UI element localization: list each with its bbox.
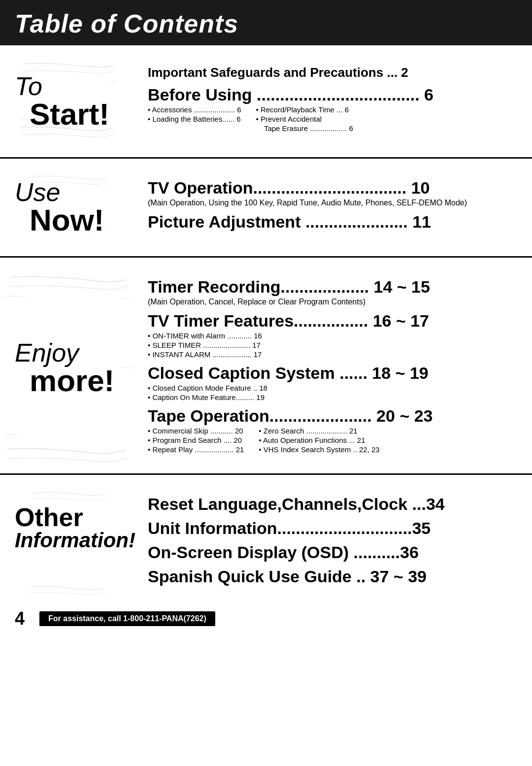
assistance-text: For assistance, call 1-800-211-PANA(7262…: [39, 611, 215, 626]
bullet-repeat-play: • Repeat Play ................... 21: [148, 445, 244, 454]
page-header: Table of Contents: [0, 0, 532, 45]
entry-closed-caption: Closed Caption System ...... 18 ~ 19 • C…: [148, 364, 517, 401]
bullet-closed-caption-mode: • Closed Caption Mode Feature .. 18: [148, 384, 517, 392]
section-use-now-entries: TV Operation............................…: [138, 173, 532, 241]
bullets-col-left: • Accessories .................... 6 • L…: [148, 105, 241, 133]
page-number: 4: [15, 608, 25, 629]
closed-caption-bullets: • Closed Caption Mode Feature .. 18 • Ca…: [148, 384, 517, 401]
bullet-accessories: • Accessories .................... 6: [148, 105, 241, 114]
section-use-now-label: Use Now!: [0, 173, 138, 241]
entry-title-unit-info: Unit Information........................…: [148, 519, 517, 538]
entry-tape-operation: Tape Operation...................... 20 …: [148, 406, 517, 454]
entry-tv-operation: TV Operation............................…: [148, 178, 517, 207]
bullet-prevent-accidental: • Prevent Accidental: [256, 115, 353, 123]
section-use-now: Use Now! TV Operation...................…: [0, 159, 532, 258]
page-title: Table of Contents: [15, 9, 238, 38]
entry-subtitle-tv-operation: (Main Operation, Using the 100 Key, Rapi…: [148, 199, 517, 207]
entry-title-reset: Reset Language,Channels,Clock ...34: [148, 495, 517, 514]
tape-operation-bullets: • Commercial Skip ........... 20 • Progr…: [148, 427, 517, 454]
entry-picture-adjustment: Picture Adjustment .....................…: [148, 212, 517, 232]
bullet-loading-batteries: • Loading the Batteries...... 6: [148, 115, 241, 123]
main-content: To Start! Important Safeguards and Preca…: [0, 45, 532, 601]
section-other-info: Other Information! Reset Language,Channe…: [0, 475, 532, 601]
bullet-auto-operation: • Auto Operation Functions ... 21: [259, 436, 379, 444]
section-start-label: To Start!: [0, 60, 138, 142]
sketch-decoration-4: [0, 490, 138, 596]
bullet-program-end-search: • Program End Search .... 20: [148, 436, 244, 444]
tape-bullets-right: • Zero Search .................... 21 • …: [259, 427, 379, 454]
entry-reset: Reset Language,Channels,Clock ...34: [148, 495, 517, 514]
section-enjoy-more-entries: Timer Recording................... 14 ~ …: [138, 272, 532, 464]
before-using-bullets: • Accessories .................... 6 • L…: [148, 105, 517, 133]
entry-spanish: Spanish Quick Use Guide .. 37 ~ 39: [148, 567, 517, 586]
entry-subtitle-timer-recording: (Main Operation, Cancel, Replace or Clea…: [148, 298, 517, 306]
bullets-col-right: • Record/Playback Time ... 6 • Prevent A…: [256, 105, 353, 133]
entry-title-closed-caption: Closed Caption System ...... 18 ~ 19: [148, 364, 517, 383]
entry-title-tv-timer: TV Timer Features................ 16 ~ 1…: [148, 311, 517, 331]
section-other-info-entries: Reset Language,Channels,Clock ...34 Unit…: [138, 490, 532, 596]
entry-title-picture-adjustment: Picture Adjustment .....................…: [148, 212, 517, 232]
tape-bullets-left: • Commercial Skip ........... 20 • Progr…: [148, 427, 244, 454]
entry-title-safeguards: Important Safeguards and Precautions ...…: [148, 65, 517, 80]
sketch-decoration-2: [0, 173, 138, 241]
entry-unit-info: Unit Information........................…: [148, 519, 517, 538]
entry-title-tape-operation: Tape Operation...................... 20 …: [148, 406, 517, 426]
entry-title-spanish: Spanish Quick Use Guide .. 37 ~ 39: [148, 567, 517, 586]
section-enjoy-more: Enjoy more! Timer Recording.............…: [0, 258, 532, 475]
bullet-zero-search: • Zero Search .................... 21: [259, 427, 379, 435]
sketch-decoration: [0, 60, 138, 142]
entry-title-timer-recording: Timer Recording................... 14 ~ …: [148, 277, 517, 297]
section-other-info-label: Other Information!: [0, 490, 138, 596]
bullet-vhs-index: • VHS Index Search System .. 22, 23: [259, 445, 379, 454]
entry-safeguards: Important Safeguards and Precautions ...…: [148, 65, 517, 80]
bullet-commercial-skip: • Commercial Skip ........... 20: [148, 427, 244, 435]
entry-before-using: Before Using ...........................…: [148, 85, 517, 133]
bullet-record-playback: • Record/Playback Time ... 6: [256, 105, 353, 114]
bullet-caption-on-mute: • Caption On Mute Feature......... 19: [148, 393, 517, 401]
section-start: To Start! Important Safeguards and Preca…: [0, 45, 532, 159]
entry-title-before-using: Before Using ...........................…: [148, 85, 517, 104]
entry-tv-timer: TV Timer Features................ 16 ~ 1…: [148, 311, 517, 359]
entry-title-osd: On-Screen Display (OSD) ..........36: [148, 543, 517, 562]
tv-timer-bullets: • ON-TIMER with Alarm ............ 16 • …: [148, 332, 517, 359]
page-footer: 4 For assistance, call 1-800-211-PANA(72…: [0, 601, 532, 636]
bullet-sleep-timer: • SLEEP TIMER ....................... 17: [148, 341, 517, 349]
bullet-tape-erasure: Tape Erasure .................. 6: [256, 124, 353, 133]
sketch-decoration-3: [0, 272, 138, 464]
bullet-instant-alarm: • INSTANT ALARM ................... 17: [148, 350, 517, 359]
section-start-entries: Important Safeguards and Precautions ...…: [138, 60, 532, 142]
entry-timer-recording: Timer Recording................... 14 ~ …: [148, 277, 517, 306]
section-enjoy-more-label: Enjoy more!: [0, 272, 138, 464]
bullet-on-timer: • ON-TIMER with Alarm ............ 16: [148, 332, 517, 340]
entry-title-tv-operation: TV Operation............................…: [148, 178, 517, 198]
entry-osd: On-Screen Display (OSD) ..........36: [148, 543, 517, 562]
